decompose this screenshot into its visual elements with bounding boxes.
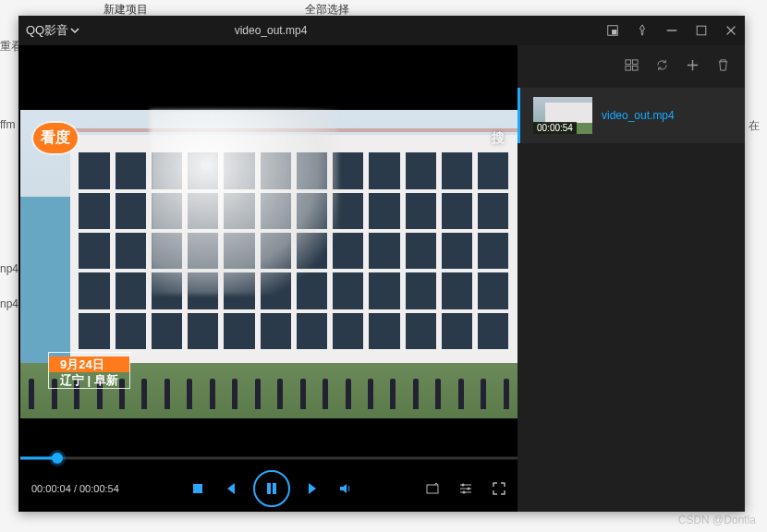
video-watermark: 搜 [492,130,505,147]
playlist-toolbar [517,45,745,88]
fullscreen-button[interactable] [492,481,506,496]
titlebar: QQ影音 video_out.mp4 [18,16,745,45]
svg-rect-5 [273,483,276,494]
time-display: 00:00:04 / 00:00:54 [31,483,119,494]
thumbnail-duration: 00:00:54 [533,122,577,134]
svg-rect-4 [267,483,271,494]
svg-rect-6 [427,485,438,493]
playlist-add-button[interactable] [686,58,700,75]
caption-date: 9月24日 [49,357,129,372]
svg-rect-12 [626,66,631,70]
app-brand[interactable]: QQ影音 [26,22,79,39]
video-canvas[interactable]: 看度 搜 9月24日 辽宁 | 阜新 [20,45,517,451]
video-frame: 看度 搜 9月24日 辽宁 | 阜新 [20,110,517,418]
svg-rect-13 [632,66,638,70]
minimize-button[interactable] [665,24,678,37]
playlist-view-button[interactable] [625,58,639,75]
chevron-down-icon [70,26,79,35]
volume-button[interactable] [338,481,353,496]
playlist-loop-button[interactable] [655,58,669,75]
caption-location: 辽宁 | 阜新 [49,372,129,388]
maximize-button[interactable] [695,24,708,37]
brand-text: QQ影音 [26,22,68,39]
svg-point-8 [467,488,469,490]
next-button[interactable] [307,481,322,496]
qq-player-window: QQ影音 video_out.mp4 [18,16,745,512]
close-button[interactable] [724,24,737,37]
mini-mode-button[interactable] [606,24,619,37]
svg-point-9 [462,491,465,494]
playlist-panel: 00:00:54 video_out.mp4 [517,45,745,512]
channel-logo: 看度 [33,123,78,153]
snapshot-button[interactable] [425,481,440,496]
stop-button[interactable] [190,481,205,496]
playlist-item[interactable]: 00:00:54 video_out.mp4 [517,88,745,143]
play-pause-button[interactable] [253,470,290,507]
progress-knob[interactable] [52,453,63,464]
pin-button[interactable] [636,24,649,37]
svg-point-7 [461,484,464,487]
playlist-item-name: video_out.mp4 [602,109,675,122]
caption-box: 9月24日 辽宁 | 阜新 [48,352,130,389]
pause-icon [264,481,279,496]
control-bar: 00:00:04 / 00:00:54 [20,466,517,512]
playlist-delete-button[interactable] [716,58,730,75]
playlist-thumbnail: 00:00:54 [533,97,592,134]
svg-rect-10 [626,60,631,65]
page-watermark: CSDN @Dontla [678,514,756,526]
svg-rect-3 [193,484,202,493]
svg-rect-11 [632,60,638,65]
progress-bar[interactable] [20,451,517,466]
settings-button[interactable] [458,481,473,496]
svg-rect-2 [697,26,706,35]
svg-rect-1 [612,30,616,34]
prev-button[interactable] [222,481,237,496]
video-panel: 看度 搜 9月24日 辽宁 | 阜新 00:00:04 / 00:00:54 [18,45,517,512]
